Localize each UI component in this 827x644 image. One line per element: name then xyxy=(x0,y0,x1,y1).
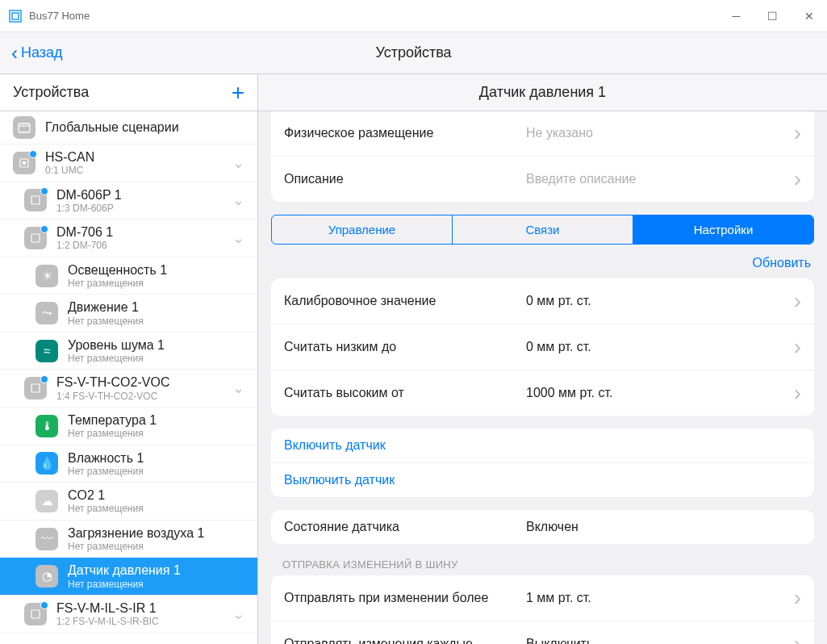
sidebar-item-co2[interactable]: ☁ CO2 1Нет размещения xyxy=(0,483,257,521)
tab-control: Управление Связи Настройки xyxy=(271,215,814,245)
info-group: Физическое размещение Не указано › Описа… xyxy=(271,111,814,202)
tab-settings-button[interactable]: Настройки xyxy=(633,215,813,244)
chevron-right-icon: › xyxy=(794,288,801,314)
disable-sensor-button[interactable]: Выключить датчик xyxy=(271,463,814,497)
chip-icon xyxy=(24,227,47,249)
sidebar-item-air[interactable]: 〰 Загрязнение воздуха 1Нет размещения xyxy=(0,521,257,558)
chevron-right-icon: › xyxy=(794,166,801,192)
svg-rect-8 xyxy=(31,610,40,618)
chip-icon xyxy=(24,189,47,211)
motion-icon: ⤳ xyxy=(36,302,58,324)
row-send-interval[interactable]: Отправлять изменения каждые Выключить › xyxy=(271,621,814,644)
close-button[interactable]: ✕ xyxy=(791,0,827,32)
cloud-icon: ☁ xyxy=(36,490,58,512)
row-sensor-state: Состояние датчика Включен xyxy=(271,510,814,544)
chevron-down-icon: ⌄ xyxy=(232,379,248,397)
maximize-button[interactable]: ☐ xyxy=(754,0,791,32)
svg-rect-1 xyxy=(12,13,19,19)
calibration-group: Калибровочное значение 0 мм рт. ст. › Сч… xyxy=(271,278,814,416)
sidebar-item-humidity[interactable]: 💧 Влажность 1Нет размещения xyxy=(0,445,257,483)
actions-group: Включить датчик Выключить датчик xyxy=(271,429,814,497)
chevron-right-icon: › xyxy=(794,120,801,146)
chip-icon xyxy=(24,377,47,399)
sidebar-list[interactable]: Глобальные сценарии HS-CAN0:1 UMC ⌄ DM-6… xyxy=(0,111,257,644)
sidebar-item-motion[interactable]: ⤳ Движение 1Нет размещения xyxy=(0,295,257,332)
chevron-left-icon: ‹ xyxy=(11,42,18,65)
drop-icon: 💧 xyxy=(36,452,58,475)
content: Датчик давления 1 Физическое размещение … xyxy=(258,74,827,644)
minimize-button[interactable]: ─ xyxy=(718,0,754,32)
sidebar-item-global-scenarios[interactable]: Глобальные сценарии xyxy=(0,111,257,144)
chevron-down-icon: ⌄ xyxy=(232,191,248,209)
chevron-right-icon: › xyxy=(794,585,801,611)
window-title: Bus77 Home xyxy=(29,10,90,22)
svg-rect-5 xyxy=(31,196,40,204)
titlebar: Bus77 Home ─ ☐ ✕ xyxy=(0,0,827,32)
chevron-down-icon: ⌄ xyxy=(232,229,248,247)
sidebar-item-temp[interactable]: 🌡 Температура 1Нет размещения xyxy=(0,408,257,445)
sidebar-item-label: Глобальные сценарии xyxy=(45,119,248,135)
content-scroll[interactable]: Физическое размещение Не указано › Описа… xyxy=(258,111,827,644)
row-description[interactable]: Описание Введите описание › xyxy=(271,157,814,202)
state-group: Состояние датчика Включен xyxy=(271,510,814,544)
row-location[interactable]: Физическое размещение Не указано › xyxy=(271,111,814,157)
air-icon: 〰 xyxy=(36,528,58,550)
chevron-right-icon: › xyxy=(794,631,801,644)
tab-links-button[interactable]: Связи xyxy=(453,215,633,244)
sidebar-item-light[interactable]: ☀ Освещенность 1Нет размещения xyxy=(0,257,257,295)
add-device-button[interactable]: + xyxy=(232,80,244,106)
chip-icon xyxy=(24,603,47,625)
gauge-icon: ◔ xyxy=(36,565,58,588)
chevron-down-icon: ⌄ xyxy=(232,605,248,623)
app-logo-icon xyxy=(8,9,23,23)
chevron-down-icon: ⌄ xyxy=(232,154,248,172)
chevron-right-icon: › xyxy=(794,334,801,360)
window-controls: ─ ☐ ✕ xyxy=(718,0,827,32)
nav-title: Устройства xyxy=(375,44,451,61)
refresh-button[interactable]: Обновить xyxy=(258,251,827,278)
svg-rect-2 xyxy=(19,123,30,132)
svg-rect-7 xyxy=(31,384,40,392)
sidebar-item-fs-voc[interactable]: FS-V-TH-CO2-VOC1:4 FS-V-TH-CO2-VOC ⌄ xyxy=(0,370,257,408)
row-calibration[interactable]: Калибровочное значение 0 мм рт. ст. › xyxy=(271,278,814,324)
sidebar-item-hs-can[interactable]: HS-CAN0:1 UMC ⌄ xyxy=(0,144,257,182)
sidebar-item-dm606p[interactable]: DM-606P 11:3 DM-606P ⌄ xyxy=(0,182,257,220)
sidebar-title: Устройства xyxy=(13,84,89,101)
sidebar-item-dm706[interactable]: DM-706 11:2 DM-706 ⌄ xyxy=(0,220,257,257)
sidebar-header: Устройства + xyxy=(0,74,257,111)
back-label: Назад xyxy=(21,44,63,61)
thermometer-icon: 🌡 xyxy=(36,415,58,437)
sidebar-item-fs-ir[interactable]: FS-V-M-IL-S-IR 11:2 FS-V-M-IL-S-IR-BIC ⌄ xyxy=(0,596,257,634)
tab-control-button[interactable]: Управление xyxy=(272,215,453,244)
svg-rect-4 xyxy=(23,161,26,165)
back-button[interactable]: ‹ Назад xyxy=(0,42,63,65)
enable-sensor-button[interactable]: Включить датчик xyxy=(271,429,814,463)
svg-rect-6 xyxy=(31,234,40,242)
navbar: ‹ Назад Устройства xyxy=(0,32,827,74)
row-send-delta[interactable]: Отправлять при изменении более 1 мм рт. … xyxy=(271,575,814,621)
bus-group: Отправлять при изменении более 1 мм рт. … xyxy=(271,575,814,644)
bus-section-caption: ОТПРАВКА ИЗМЕНЕНИЙ В ШИНУ xyxy=(258,544,827,575)
sidebar-item-pressure[interactable]: ◔ Датчик давления 1Нет размещения xyxy=(0,558,257,596)
brightness-icon: ☀ xyxy=(36,265,58,287)
svg-rect-0 xyxy=(10,10,21,22)
folder-icon xyxy=(13,116,36,139)
sidebar: Устройства + Глобальные сценарии HS-CAN0… xyxy=(0,74,258,644)
detail-title: Датчик давления 1 xyxy=(258,74,827,111)
chevron-right-icon: › xyxy=(794,380,801,406)
noise-icon: ≈ xyxy=(36,340,58,362)
chip-icon xyxy=(13,152,36,174)
sidebar-item-noise[interactable]: ≈ Уровень шума 1Нет размещения xyxy=(0,332,257,370)
row-high-threshold[interactable]: Считать высоким от 1000 мм рт. ст. › xyxy=(271,370,814,416)
row-low-threshold[interactable]: Считать низким до 0 мм рт. ст. › xyxy=(271,324,814,370)
